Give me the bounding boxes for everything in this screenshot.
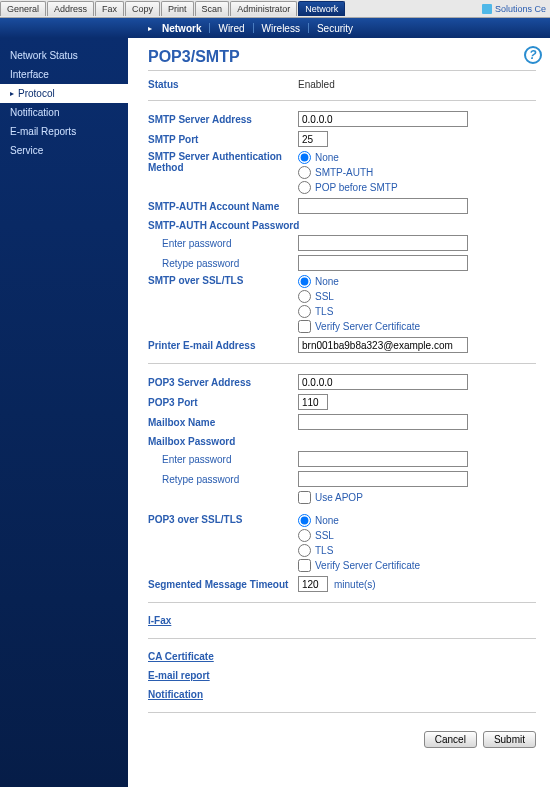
status-label: Status	[148, 79, 298, 90]
mb-enter-pwd-label: Enter password	[148, 454, 298, 465]
smtp-acct-input[interactable]	[298, 198, 468, 214]
ifax-link[interactable]: I-Fax	[148, 611, 171, 630]
sub-tab-network[interactable]: Network	[154, 23, 209, 34]
submit-button[interactable]: Submit	[483, 731, 536, 748]
mailbox-input[interactable]	[298, 414, 468, 430]
smtp-ssl-ssl-radio[interactable]: SSL	[298, 290, 420, 303]
help-icon[interactable]: ?	[524, 46, 542, 64]
sidebar-item-interface[interactable]: Interface	[0, 65, 128, 84]
sub-tab-bar: ▸NetworkWiredWirelessSecurity	[0, 18, 550, 38]
top-tab-administrator[interactable]: Administrator	[230, 1, 297, 16]
smtp-pwd2-input[interactable]	[298, 255, 468, 271]
smtp-ssl-none-radio[interactable]: None	[298, 275, 420, 288]
smtp-ssl-label: SMTP over SSL/TLS	[148, 275, 298, 286]
top-tab-bar: GeneralAddressFaxCopyPrintScanAdministra…	[0, 0, 550, 18]
smtp-addr-label: SMTP Server Address	[148, 114, 298, 125]
top-tab-fax[interactable]: Fax	[95, 1, 124, 16]
smtp-ssl-tls-radio[interactable]: TLS	[298, 305, 420, 318]
retype-pwd-label: Retype password	[148, 258, 298, 269]
top-tab-address[interactable]: Address	[47, 1, 94, 16]
seg-timeout-label: Segmented Message Timeout	[148, 579, 298, 590]
sub-tab-security[interactable]: Security	[309, 23, 361, 34]
pop3-port-label: POP3 Port	[148, 397, 298, 408]
sidebar-item-service[interactable]: Service	[0, 141, 128, 160]
smtp-verify-check[interactable]: Verify Server Certificate	[298, 320, 420, 333]
top-tab-general[interactable]: General	[0, 1, 46, 16]
printer-email-label: Printer E-mail Address	[148, 340, 298, 351]
email-report-link[interactable]: E-mail report	[148, 666, 210, 685]
smtp-addr-input[interactable]	[298, 111, 468, 127]
smtp-acct-label: SMTP-AUTH Account Name	[148, 201, 298, 212]
sub-tab-wired[interactable]: Wired	[210, 23, 252, 34]
top-tab-scan[interactable]: Scan	[195, 1, 230, 16]
minutes-unit: minute(s)	[328, 579, 376, 590]
pop3-port-input[interactable]	[298, 394, 328, 410]
notification-link[interactable]: Notification	[148, 685, 203, 704]
ca-cert-link[interactable]: CA Certificate	[148, 647, 214, 666]
mailbox-pwd-section: Mailbox Password	[148, 432, 536, 449]
pop3-ssl-ssl-radio[interactable]: SSL	[298, 529, 420, 542]
cancel-button[interactable]: Cancel	[424, 731, 477, 748]
mb-pwd2-input[interactable]	[298, 471, 468, 487]
solutions-link[interactable]: Solutions Ce	[482, 4, 550, 14]
sub-tab-wireless[interactable]: Wireless	[254, 23, 308, 34]
sidebar: Network StatusInterfaceProtocolNotificat…	[0, 38, 128, 787]
smtp-auth-label: SMTP Server Authentication Method	[148, 151, 298, 173]
top-tab-print[interactable]: Print	[161, 1, 194, 16]
content-area: ? POP3/SMTP Status Enabled SMTP Server A…	[128, 38, 550, 787]
smtp-pwd-section: SMTP-AUTH Account Password	[148, 216, 536, 233]
mailbox-label: Mailbox Name	[148, 417, 298, 428]
auth-pop-radio[interactable]: POP before SMTP	[298, 181, 398, 194]
sidebar-item-notification[interactable]: Notification	[0, 103, 128, 122]
page-title: POP3/SMTP	[148, 48, 536, 71]
mb-retype-pwd-label: Retype password	[148, 474, 298, 485]
top-tab-copy[interactable]: Copy	[125, 1, 160, 16]
auth-smtp-radio[interactable]: SMTP-AUTH	[298, 166, 398, 179]
pop3-addr-input[interactable]	[298, 374, 468, 390]
sidebar-item-e-mail-reports[interactable]: E-mail Reports	[0, 122, 128, 141]
smtp-port-label: SMTP Port	[148, 134, 298, 145]
enter-pwd-label: Enter password	[148, 238, 298, 249]
smtp-pwd-input[interactable]	[298, 235, 468, 251]
pop3-ssl-none-radio[interactable]: None	[298, 514, 420, 527]
pop3-ssl-tls-radio[interactable]: TLS	[298, 544, 420, 557]
seg-timeout-input[interactable]	[298, 576, 328, 592]
printer-email-input[interactable]	[298, 337, 468, 353]
apop-check[interactable]: Use APOP	[298, 491, 363, 504]
pop3-addr-label: POP3 Server Address	[148, 377, 298, 388]
smtp-port-input[interactable]	[298, 131, 328, 147]
auth-none-radio[interactable]: None	[298, 151, 398, 164]
solutions-icon	[482, 4, 492, 14]
pop3-ssl-label: POP3 over SSL/TLS	[148, 514, 298, 525]
sidebar-item-network-status[interactable]: Network Status	[0, 46, 128, 65]
status-value: Enabled	[298, 79, 335, 90]
top-tab-network[interactable]: Network	[298, 1, 345, 16]
sidebar-item-protocol[interactable]: Protocol	[0, 84, 128, 103]
mb-pwd-input[interactable]	[298, 451, 468, 467]
pop3-verify-check[interactable]: Verify Server Certificate	[298, 559, 420, 572]
